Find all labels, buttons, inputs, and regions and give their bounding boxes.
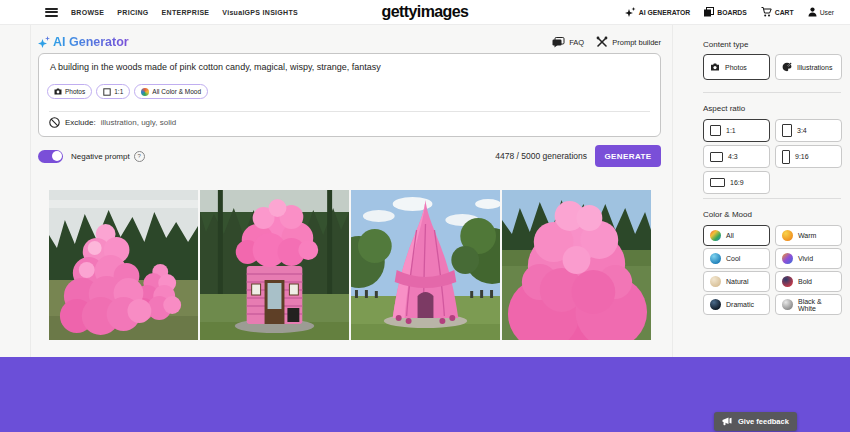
boards-icon	[704, 7, 714, 17]
mood-natural[interactable]: Natural	[703, 271, 770, 292]
mood-cool[interactable]: Cool	[703, 248, 770, 269]
card-divider	[49, 111, 650, 112]
mood-vivid-icon	[782, 253, 793, 264]
results-grid	[49, 190, 651, 340]
tools-icon	[596, 36, 608, 48]
chip-photos[interactable]: Photos	[47, 84, 92, 99]
color-mood-title: Color & Mood	[703, 210, 752, 219]
camera-icon	[54, 88, 62, 95]
nav-pricing[interactable]: PRICING	[117, 9, 148, 16]
nav-visualgps-insights[interactable]: VisualGPS INSIGHTS	[222, 9, 298, 16]
generated-image-2[interactable]	[200, 190, 349, 340]
chip-aspect-ratio[interactable]: 1:1	[96, 84, 130, 99]
mood-cool-icon	[710, 253, 721, 264]
content-type-photos[interactable]: Photos	[703, 54, 770, 80]
ratio-16-9-icon	[710, 178, 725, 187]
generated-image-3[interactable]	[351, 190, 500, 340]
mood-natural-icon	[710, 276, 721, 287]
give-feedback-button[interactable]: Give feedback	[714, 412, 797, 431]
exclude-icon	[49, 117, 60, 128]
mood-bold-icon	[782, 276, 793, 287]
mood-bold[interactable]: Bold	[775, 271, 842, 292]
aspect-4-3[interactable]: 4:3	[703, 145, 770, 168]
mood-warm-icon	[782, 230, 793, 241]
section-divider	[703, 198, 841, 199]
nav-boards[interactable]: BOARDS	[704, 7, 746, 17]
content-type-title: Content type	[703, 40, 748, 49]
generated-image-1[interactable]	[49, 190, 198, 340]
mood-dramatic[interactable]: Dramatic	[703, 294, 770, 315]
aspect-ratio-title: Aspect ratio	[703, 104, 745, 113]
ratio-9-16-icon	[782, 150, 790, 164]
prompt-builder-button[interactable]: Prompt builder	[596, 36, 661, 48]
negative-prompt-label: Negative prompt	[71, 152, 130, 161]
nav-browse[interactable]: BROWSE	[71, 9, 104, 16]
page-title: AI Generator	[38, 35, 129, 49]
nav-ai-generator[interactable]: AI GENERATOR	[625, 7, 690, 17]
aspect-16-9[interactable]: 16:9	[703, 171, 770, 194]
ratio-4-3-icon	[710, 152, 723, 162]
generations-counter: 4478 / 5000 generations	[495, 151, 587, 161]
palette-brush-icon	[782, 62, 792, 72]
exclude-label: Exclude:	[65, 118, 96, 127]
nav-user[interactable]: User	[808, 7, 834, 17]
menu-icon[interactable]	[45, 8, 58, 17]
cart-icon	[761, 7, 772, 17]
aspect-9-16[interactable]: 9:16	[775, 145, 842, 168]
generated-image-4[interactable]	[502, 190, 651, 340]
aspect-1-1[interactable]: 1:1	[703, 119, 770, 142]
prompt-input[interactable]: A building in the woods made of pink cot…	[50, 62, 640, 72]
sidebar-divider-line	[672, 24, 673, 357]
generate-button[interactable]: GENERATE	[595, 145, 661, 167]
faq-chat-icon	[552, 37, 565, 48]
negative-prompt-toggle[interactable]	[38, 150, 63, 163]
help-icon[interactable]	[134, 151, 145, 162]
nav-cart[interactable]: CART	[761, 7, 794, 17]
user-icon	[808, 7, 817, 17]
page: BROWSE PRICING ENTERPRISE VisualGPS INSI…	[0, 0, 850, 432]
faq-button[interactable]: FAQ	[552, 37, 584, 48]
square-ratio-icon	[103, 88, 111, 96]
exclude-value[interactable]: illustration, ugly, solid	[101, 118, 176, 127]
prompt-card: A building in the woods made of pink cot…	[38, 53, 661, 137]
ratio-1-1-icon	[710, 125, 721, 136]
megaphone-icon	[722, 417, 733, 426]
content-type-illustrations[interactable]: Illustrations	[775, 54, 842, 80]
mood-vivid[interactable]: Vivid	[775, 248, 842, 269]
camera-icon	[710, 63, 720, 71]
aspect-3-4[interactable]: 3:4	[775, 119, 842, 142]
left-divider	[30, 24, 31, 357]
ratio-3-4-icon	[782, 124, 792, 137]
mood-black-white[interactable]: Black & White	[775, 294, 842, 315]
sparkle-icon	[625, 7, 636, 17]
mood-dramatic-icon	[710, 299, 721, 310]
ai-sparkle-icon	[38, 36, 51, 49]
mood-all[interactable]: All	[703, 225, 770, 246]
chip-color-mood[interactable]: All Color & Mood	[134, 84, 208, 99]
nav-enterprise[interactable]: ENTERPRISE	[162, 9, 210, 16]
mood-warm[interactable]: Warm	[775, 225, 842, 246]
top-navbar: BROWSE PRICING ENTERPRISE VisualGPS INSI…	[0, 0, 850, 25]
color-mood-icon	[141, 88, 149, 96]
section-divider	[703, 92, 841, 93]
mood-black-white-icon	[782, 299, 793, 310]
mood-all-icon	[710, 230, 721, 241]
